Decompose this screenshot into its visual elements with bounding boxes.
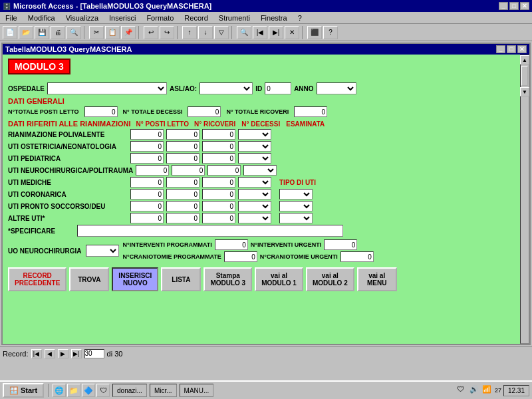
vai-modulo1-button[interactable]: vai al MODULO 1 [255, 267, 303, 291]
record-number-input[interactable] [84, 349, 104, 358]
tb-redo[interactable]: ↪ [160, 26, 174, 39]
scroll-up-button[interactable]: ▲ [520, 55, 529, 65]
tipo-uti-select[interactable] [279, 201, 313, 211]
stampa-modulo3-button[interactable]: Stampa MODULO 3 [203, 267, 252, 291]
anno-select[interactable] [317, 82, 356, 94]
esaminata-select[interactable] [238, 177, 271, 188]
menu-strumenti[interactable]: Strumenti [216, 13, 253, 23]
menu-record[interactable]: Record [182, 13, 210, 23]
posti-letto-input[interactable] [130, 213, 164, 223]
tb-nav2[interactable]: ▶| [269, 26, 283, 39]
inserisci-nuovo-button[interactable]: INSERISCI NUOVO [112, 267, 158, 291]
ninterventi-programmati-input[interactable] [215, 239, 248, 250]
nav-next[interactable]: ▶ [58, 349, 68, 358]
taskbar-item-micr[interactable]: Micr... [150, 384, 177, 397]
id-input[interactable] [265, 82, 291, 94]
scroll-thumb[interactable] [521, 66, 528, 86]
tb-nav1[interactable]: |◀ [253, 26, 267, 39]
nav-prev[interactable]: ◀ [45, 349, 55, 358]
menu-file[interactable]: File [3, 13, 20, 23]
taskbar-icon-4[interactable]: 🛡 [96, 384, 110, 397]
nav-first[interactable]: |◀ [31, 349, 42, 358]
uo-neurochirurgia-select[interactable] [86, 245, 119, 257]
start-button[interactable]: 🪟 Start [3, 383, 44, 398]
ricoveri-input[interactable] [166, 153, 200, 164]
ntotale-decessi-input[interactable] [188, 106, 221, 117]
ricoveri-input[interactable] [166, 213, 200, 223]
posti-letto-input[interactable] [130, 141, 164, 152]
tb-sort-desc[interactable]: ↓ [198, 26, 213, 39]
ninterventi-urgenti-input[interactable] [324, 239, 357, 250]
tb-undo[interactable]: ↩ [144, 26, 158, 39]
tb-print[interactable]: 🖨 [51, 26, 65, 39]
decessi-input[interactable] [202, 177, 235, 188]
decessi-input[interactable] [202, 189, 235, 200]
esaminata-select[interactable] [238, 129, 271, 140]
tb-save[interactable]: 💾 [35, 26, 49, 39]
maximize-button[interactable]: □ [509, 2, 519, 10]
tb-paste[interactable]: 📌 [121, 26, 136, 39]
tb-filter[interactable]: ▽ [214, 26, 229, 39]
tb-new[interactable]: 📄 [3, 26, 17, 39]
menu-inserisci[interactable]: Inserisci [106, 13, 138, 23]
ncraniotomie-urgenti-input[interactable] [340, 251, 374, 262]
posti-letto-input[interactable] [130, 129, 164, 140]
ntotale-posti-letto-input[interactable] [84, 106, 118, 117]
ricoveri-input[interactable] [166, 189, 200, 200]
decessi-input[interactable] [202, 141, 235, 152]
esaminata-select[interactable] [238, 153, 271, 164]
menu-finestra[interactable]: Finestra [258, 13, 290, 23]
tb-prop[interactable]: ⬛ [307, 26, 322, 39]
taskbar-item-donazi[interactable]: donazi... [112, 384, 147, 397]
decessi-input[interactable] [202, 201, 235, 211]
ricoveri-input[interactable] [166, 177, 200, 188]
tb-preview[interactable]: 🔍 [66, 26, 81, 39]
posti-letto-input[interactable] [130, 189, 164, 200]
tb-open[interactable]: 📂 [19, 26, 33, 39]
close-button[interactable]: ✕ [520, 2, 529, 10]
decessi-input[interactable] [207, 165, 241, 176]
posti-letto-input[interactable] [130, 153, 164, 164]
lista-button[interactable]: LISTA [161, 267, 201, 291]
scrollbar-vertical[interactable]: ▲ ▼ [520, 55, 529, 344]
tipo-uti-select[interactable] [279, 189, 313, 200]
decessi-input[interactable] [202, 129, 235, 140]
ricoveri-input[interactable] [166, 129, 200, 140]
esaminata-select[interactable] [238, 189, 271, 200]
menu-help[interactable]: ? [295, 13, 305, 23]
aslao-select[interactable] [200, 82, 253, 94]
menu-modifica[interactable]: Modifica [25, 13, 58, 23]
tb-cut[interactable]: ✂ [89, 26, 104, 39]
scroll-down-button[interactable]: ▼ [520, 87, 529, 96]
ricoveri-input[interactable] [166, 141, 200, 152]
tb-del[interactable]: ✕ [285, 26, 299, 39]
taskbar-icon-3[interactable]: 🔷 [82, 384, 95, 397]
tb-find[interactable]: 🔍 [237, 26, 251, 39]
vai-modulo2-button[interactable]: vai al MODULO 2 [306, 267, 354, 291]
posti-letto-input[interactable] [130, 201, 164, 211]
esaminata-select[interactable] [238, 201, 271, 211]
posti-letto-input[interactable] [136, 165, 169, 176]
ricoveri-input[interactable] [166, 201, 200, 211]
record-precedente-button[interactable]: RECORD PRECEDENTE [8, 267, 66, 291]
trova-button[interactable]: TROVA [69, 267, 109, 291]
posti-letto-input[interactable] [130, 177, 164, 188]
esaminata-select[interactable] [243, 165, 277, 176]
nav-last[interactable]: ▶| [71, 349, 82, 358]
inner-minimize[interactable]: _ [496, 45, 505, 53]
taskbar-icon-2[interactable]: 📁 [67, 384, 80, 397]
tipo-uti-select[interactable] [279, 213, 313, 223]
menu-visualizza[interactable]: Visualizza [63, 13, 101, 23]
vai-menu-button[interactable]: vai al MENU [357, 267, 397, 291]
ncraniotomie-programmate-input[interactable] [224, 251, 257, 262]
tb-copy[interactable]: 📋 [105, 26, 120, 39]
inner-close[interactable]: ✕ [517, 45, 527, 53]
ricoveri-input[interactable] [172, 165, 205, 176]
decessi-input[interactable] [202, 153, 235, 164]
minimize-button[interactable]: _ [499, 2, 508, 10]
esaminata-select[interactable] [238, 213, 271, 223]
ntotale-ricoveri-input[interactable] [294, 106, 327, 117]
decessi-input[interactable] [202, 213, 235, 223]
tb-sort-asc[interactable]: ↑ [182, 26, 197, 39]
tb-help[interactable]: ? [323, 26, 338, 39]
